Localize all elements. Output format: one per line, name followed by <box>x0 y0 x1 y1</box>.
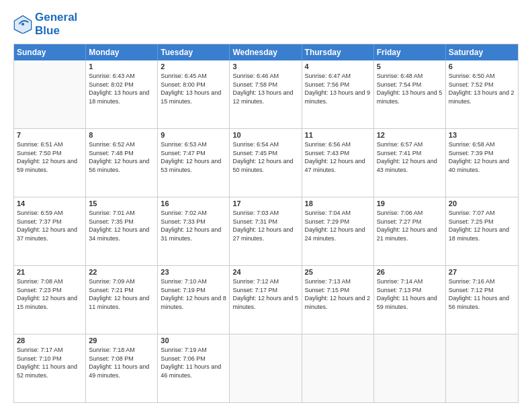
cell-info: Sunrise: 6:46 AMSunset: 7:58 PMDaylight:… <box>232 72 298 105</box>
cell-info: Sunrise: 7:04 AMSunset: 7:29 PMDaylight:… <box>305 209 371 242</box>
cell-info: Sunrise: 7:09 AMSunset: 7:21 PMDaylight:… <box>89 277 154 311</box>
calendar-cell: 14Sunrise: 6:59 AMSunset: 7:37 PMDayligh… <box>14 197 86 265</box>
calendar-body: 1Sunrise: 6:43 AMSunset: 8:02 PMDaylight… <box>14 60 518 402</box>
calendar-cell: 27Sunrise: 7:16 AMSunset: 7:12 PMDayligh… <box>446 266 518 334</box>
cell-info: Sunrise: 6:50 AMSunset: 7:52 PMDaylight:… <box>449 72 515 105</box>
cell-info: Sunrise: 7:08 AMSunset: 7:23 PMDaylight:… <box>17 277 83 311</box>
day-number: 5 <box>377 62 443 71</box>
day-number: 1 <box>89 62 154 71</box>
calendar-cell: 19Sunrise: 7:06 AMSunset: 7:27 PMDayligh… <box>374 197 446 265</box>
calendar-cell: 22Sunrise: 7:09 AMSunset: 7:21 PMDayligh… <box>86 266 158 334</box>
day-number: 15 <box>89 199 154 208</box>
calendar-cell: 21Sunrise: 7:08 AMSunset: 7:23 PMDayligh… <box>14 266 86 334</box>
day-number: 26 <box>377 268 443 276</box>
calendar-cell: 4Sunrise: 6:47 AMSunset: 7:56 PMDaylight… <box>302 60 374 128</box>
weekday-header-tuesday: Tuesday <box>158 44 230 60</box>
day-number: 27 <box>449 268 515 276</box>
calendar-cell: 1Sunrise: 6:43 AMSunset: 8:02 PMDaylight… <box>86 60 158 128</box>
cell-info: Sunrise: 7:12 AMSunset: 7:17 PMDaylight:… <box>232 277 298 311</box>
calendar-cell: 17Sunrise: 7:03 AMSunset: 7:31 PMDayligh… <box>230 197 302 265</box>
day-number: 21 <box>17 268 83 276</box>
cell-info: Sunrise: 6:43 AMSunset: 8:02 PMDaylight:… <box>89 72 154 105</box>
cell-info: Sunrise: 7:18 AMSunset: 7:08 PMDaylight:… <box>89 346 154 379</box>
cell-info: Sunrise: 7:06 AMSunset: 7:27 PMDaylight:… <box>377 209 443 242</box>
calendar-cell: 18Sunrise: 7:04 AMSunset: 7:29 PMDayligh… <box>302 197 374 265</box>
calendar-cell: 16Sunrise: 7:02 AMSunset: 7:33 PMDayligh… <box>158 197 230 265</box>
calendar-row-2: 14Sunrise: 6:59 AMSunset: 7:37 PMDayligh… <box>14 197 518 265</box>
calendar-row-1: 7Sunrise: 6:51 AMSunset: 7:50 PMDaylight… <box>14 128 518 197</box>
day-number: 22 <box>89 268 154 276</box>
calendar-cell: 29Sunrise: 7:18 AMSunset: 7:08 PMDayligh… <box>86 334 158 402</box>
calendar-cell: 12Sunrise: 6:57 AMSunset: 7:41 PMDayligh… <box>374 129 446 197</box>
calendar-cell: 15Sunrise: 7:01 AMSunset: 7:35 PMDayligh… <box>86 197 158 265</box>
calendar-cell: 24Sunrise: 7:12 AMSunset: 7:17 PMDayligh… <box>230 266 302 334</box>
calendar-row-3: 21Sunrise: 7:08 AMSunset: 7:23 PMDayligh… <box>14 265 518 334</box>
logo-icon <box>13 15 32 34</box>
cell-info: Sunrise: 7:10 AMSunset: 7:19 PMDaylight:… <box>161 277 226 311</box>
weekday-header-friday: Friday <box>374 44 446 60</box>
cell-info: Sunrise: 6:59 AMSunset: 7:37 PMDaylight:… <box>17 209 83 242</box>
calendar-cell: 13Sunrise: 6:58 AMSunset: 7:39 PMDayligh… <box>446 129 518 197</box>
calendar-cell: 6Sunrise: 6:50 AMSunset: 7:52 PMDaylight… <box>446 60 518 128</box>
cell-info: Sunrise: 6:54 AMSunset: 7:45 PMDaylight:… <box>232 140 298 174</box>
day-number: 14 <box>17 199 83 208</box>
cell-info: Sunrise: 7:02 AMSunset: 7:33 PMDaylight:… <box>161 209 226 242</box>
weekday-header-saturday: Saturday <box>446 44 518 60</box>
day-number: 30 <box>161 336 226 345</box>
cell-info: Sunrise: 7:03 AMSunset: 7:31 PMDaylight:… <box>232 209 298 242</box>
day-number: 18 <box>305 199 371 208</box>
page: General Blue SundayMondayTuesdayWednesda… <box>0 0 532 411</box>
cell-info: Sunrise: 7:01 AMSunset: 7:35 PMDaylight:… <box>89 209 154 242</box>
cell-info: Sunrise: 6:51 AMSunset: 7:50 PMDaylight:… <box>17 140 83 174</box>
day-number: 28 <box>17 336 83 345</box>
day-number: 4 <box>305 62 371 71</box>
day-number: 13 <box>449 131 515 139</box>
cell-info: Sunrise: 6:56 AMSunset: 7:43 PMDaylight:… <box>305 140 371 174</box>
logo-text: General Blue <box>35 11 77 37</box>
day-number: 7 <box>17 131 83 139</box>
calendar-cell: 10Sunrise: 6:54 AMSunset: 7:45 PMDayligh… <box>230 129 302 197</box>
calendar: SundayMondayTuesdayWednesdayThursdayFrid… <box>13 44 519 403</box>
calendar-cell: 11Sunrise: 6:56 AMSunset: 7:43 PMDayligh… <box>302 129 374 197</box>
calendar-cell: 8Sunrise: 6:52 AMSunset: 7:48 PMDaylight… <box>86 129 158 197</box>
calendar-cell: 3Sunrise: 6:46 AMSunset: 7:58 PMDaylight… <box>230 60 302 128</box>
weekday-header-wednesday: Wednesday <box>230 44 302 60</box>
weekday-header-sunday: Sunday <box>14 44 86 60</box>
day-number: 19 <box>377 199 443 208</box>
day-number: 17 <box>232 199 298 208</box>
cell-info: Sunrise: 7:07 AMSunset: 7:25 PMDaylight:… <box>449 209 515 242</box>
day-number: 9 <box>161 131 226 139</box>
day-number: 10 <box>232 131 298 139</box>
calendar-cell: 25Sunrise: 7:13 AMSunset: 7:15 PMDayligh… <box>302 266 374 334</box>
day-number: 6 <box>449 62 515 71</box>
calendar-cell <box>302 334 374 402</box>
day-number: 16 <box>161 199 226 208</box>
logo: General Blue <box>13 11 77 37</box>
day-number: 2 <box>161 62 226 71</box>
calendar-row-0: 1Sunrise: 6:43 AMSunset: 8:02 PMDaylight… <box>14 60 518 128</box>
calendar-cell: 20Sunrise: 7:07 AMSunset: 7:25 PMDayligh… <box>446 197 518 265</box>
calendar-cell <box>230 334 302 402</box>
calendar-cell: 5Sunrise: 6:48 AMSunset: 7:54 PMDaylight… <box>374 60 446 128</box>
calendar-cell <box>374 334 446 402</box>
calendar-cell: 26Sunrise: 7:14 AMSunset: 7:13 PMDayligh… <box>374 266 446 334</box>
day-number: 12 <box>377 131 443 139</box>
day-number: 3 <box>232 62 298 71</box>
cell-info: Sunrise: 7:14 AMSunset: 7:13 PMDaylight:… <box>377 277 443 311</box>
cell-info: Sunrise: 7:16 AMSunset: 7:12 PMDaylight:… <box>449 277 515 311</box>
cell-info: Sunrise: 6:57 AMSunset: 7:41 PMDaylight:… <box>377 140 443 174</box>
day-number: 11 <box>305 131 371 139</box>
day-number: 23 <box>161 268 226 276</box>
calendar-cell: 9Sunrise: 6:53 AMSunset: 7:47 PMDaylight… <box>158 129 230 197</box>
cell-info: Sunrise: 6:53 AMSunset: 7:47 PMDaylight:… <box>161 140 226 174</box>
calendar-cell: 2Sunrise: 6:45 AMSunset: 8:00 PMDaylight… <box>158 60 230 128</box>
day-number: 25 <box>305 268 371 276</box>
cell-info: Sunrise: 7:17 AMSunset: 7:10 PMDaylight:… <box>17 346 83 379</box>
header: General Blue <box>13 11 519 37</box>
calendar-cell: 30Sunrise: 7:19 AMSunset: 7:06 PMDayligh… <box>158 334 230 402</box>
calendar-cell <box>446 334 518 402</box>
calendar-cell: 28Sunrise: 7:17 AMSunset: 7:10 PMDayligh… <box>14 334 86 402</box>
cell-info: Sunrise: 7:19 AMSunset: 7:06 PMDaylight:… <box>161 346 226 379</box>
cell-info: Sunrise: 7:13 AMSunset: 7:15 PMDaylight:… <box>305 277 371 311</box>
day-number: 20 <box>449 199 515 208</box>
